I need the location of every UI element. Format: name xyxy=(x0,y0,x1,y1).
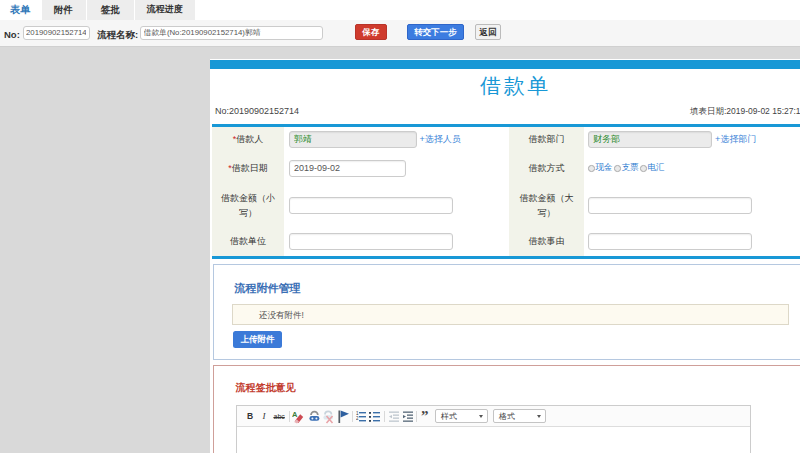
svg-text:2: 2 xyxy=(356,416,359,421)
svg-text:A: A xyxy=(292,410,298,419)
